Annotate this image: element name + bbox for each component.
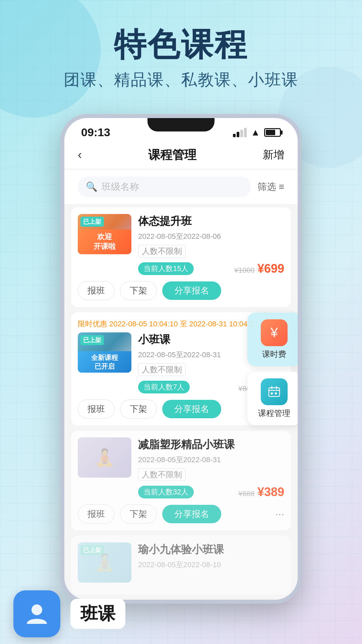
participants-1: 当前人数15人 bbox=[138, 262, 194, 275]
course-dates-3: 2022-08-05至2022-08-31 bbox=[138, 455, 284, 465]
wifi-icon: ▲ bbox=[251, 127, 260, 138]
delist-button-2[interactable]: 下架 bbox=[120, 399, 157, 419]
course-card-4: 已上架 🧘 瑜小九体验小班课 2022-08-05至2022-08-10 bbox=[71, 536, 291, 595]
course-main-1: 已上架 欢迎开课啦 体态提升班 2022-08-05至2022-08-06 人数… bbox=[78, 214, 284, 276]
capacity-text-2: 人数不限制 bbox=[138, 363, 186, 376]
battery-icon bbox=[264, 128, 281, 137]
share-button-3[interactable]: 分享报名 bbox=[162, 505, 221, 523]
svg-point-6 bbox=[32, 604, 42, 615]
floating-icons: ¥ 课时费 课程管理 bbox=[247, 313, 298, 431]
course-name-4: 瑜小九体验小班课 bbox=[138, 542, 284, 557]
delist-button-3[interactable]: 下架 bbox=[120, 504, 157, 524]
more-button-3[interactable]: ··· bbox=[275, 508, 284, 520]
hero-section: 特色课程 团课、精品课、私教课、小班课 bbox=[0, 0, 362, 104]
course-main-4: 已上架 🧘 瑜小九体验小班课 2022-08-05至2022-08-10 bbox=[78, 542, 284, 583]
course-mgmt-label: 课程管理 bbox=[258, 408, 290, 419]
lesson-fee-icon: ¥ bbox=[261, 319, 288, 346]
filter-button[interactable]: 筛选 ≡ bbox=[257, 180, 284, 193]
course-dates-1: 2022-08-05至2022-08-06 bbox=[138, 231, 284, 241]
current-price-3: ¥389 bbox=[257, 485, 284, 499]
course-mgmt-icon bbox=[261, 378, 288, 405]
share-button-2[interactable]: 分享报名 bbox=[162, 400, 221, 418]
status-badge-1: 已上架 bbox=[80, 217, 104, 227]
course-thumbnail-2: 已上架 全新课程已开启 bbox=[78, 332, 131, 373]
course-name-3: 减脂塑形精品小班课 bbox=[138, 437, 284, 452]
course-thumbnail-4: 已上架 🧘 bbox=[78, 542, 131, 583]
action-row-1: 报班 下架 分享报名 bbox=[78, 281, 284, 300]
course-meta-1: 当前人数15人 ¥1000 ¥699 bbox=[138, 262, 284, 276]
course-thumbnail-3: 🧘 bbox=[78, 437, 131, 478]
delist-button-1[interactable]: 下架 bbox=[120, 281, 157, 300]
course-dates-4: 2022-08-05至2022-08-10 bbox=[138, 560, 284, 570]
svg-rect-5 bbox=[275, 392, 277, 394]
hero-subtitle: 团课、精品课、私教课、小班课 bbox=[20, 69, 342, 91]
capacity-text-3: 人数不限制 bbox=[138, 468, 186, 481]
svg-rect-4 bbox=[271, 392, 273, 394]
status-badge-2: 已上架 bbox=[80, 335, 104, 345]
share-button-1[interactable]: 分享报名 bbox=[162, 281, 221, 300]
course-name-1: 体态提升班 bbox=[138, 214, 284, 229]
capacity-row-3: 人数不限制 bbox=[138, 468, 284, 481]
course-info-4: 瑜小九体验小班课 2022-08-05至2022-08-10 bbox=[138, 542, 284, 583]
app-label-box: 班课 bbox=[70, 599, 125, 629]
course-main-3: 🧘 减脂塑形精品小班课 2022-08-05至2022-08-31 人数不限制 … bbox=[78, 437, 284, 499]
phone-screen: 09:13 ▲ ‹ 课程管理 新增 bbox=[64, 118, 298, 600]
page-title: 课程管理 bbox=[148, 147, 196, 163]
course-info-1: 体态提升班 2022-08-05至2022-08-06 人数不限制 当前人数15… bbox=[138, 214, 284, 276]
status-icons: ▲ bbox=[233, 127, 281, 138]
price-area-1: ¥1000 ¥699 bbox=[234, 262, 284, 276]
phone-notch bbox=[147, 118, 215, 131]
current-price-1: ¥699 bbox=[257, 262, 284, 276]
signal-icon bbox=[233, 128, 247, 137]
action-row-3: 报班 下架 分享报名 ··· bbox=[78, 504, 284, 524]
search-icon: 🔍 bbox=[86, 181, 98, 192]
back-button[interactable]: ‹ bbox=[78, 148, 82, 162]
capacity-text-1: 人数不限制 bbox=[138, 245, 186, 258]
app-label: 班课 bbox=[80, 604, 115, 623]
search-bar: 🔍 班级名称 筛选 ≡ bbox=[64, 170, 298, 204]
enroll-button-3[interactable]: 报班 bbox=[78, 504, 115, 524]
thumb-label-1: 欢迎开课啦 bbox=[78, 229, 131, 254]
add-button[interactable]: 新增 bbox=[263, 148, 284, 162]
participants-2: 当前人数7人 bbox=[138, 381, 190, 393]
price-area-3: ¥688 ¥389 bbox=[238, 485, 284, 499]
phone-container: 09:13 ▲ ‹ 课程管理 新增 bbox=[0, 114, 362, 604]
app-icon[interactable] bbox=[13, 590, 60, 637]
participants-3: 当前人数32人 bbox=[138, 486, 194, 498]
lesson-fee-label: 课时费 bbox=[262, 349, 286, 360]
search-input[interactable]: 班级名称 bbox=[102, 180, 139, 193]
original-price-3: ¥688 bbox=[238, 489, 255, 498]
thumb-label-2: 全新课程已开启 bbox=[78, 351, 131, 373]
course-card-1: 已上架 欢迎开课啦 体态提升班 2022-08-05至2022-08-06 人数… bbox=[71, 207, 291, 307]
status-time: 09:13 bbox=[81, 126, 110, 139]
phone-mockup: 09:13 ▲ ‹ 课程管理 新增 bbox=[60, 114, 302, 604]
enroll-button-1[interactable]: 报班 bbox=[78, 281, 115, 300]
course-info-3: 减脂塑形精品小班课 2022-08-05至2022-08-31 人数不限制 当前… bbox=[138, 437, 284, 499]
enroll-button-2[interactable]: 报班 bbox=[78, 399, 115, 419]
original-price-1: ¥1000 bbox=[234, 266, 255, 275]
course-meta-3: 当前人数32人 ¥688 ¥389 bbox=[138, 485, 284, 499]
search-input-area[interactable]: 🔍 班级名称 bbox=[78, 176, 251, 197]
app-header: ‹ 课程管理 新增 bbox=[64, 142, 298, 169]
svg-rect-0 bbox=[269, 388, 280, 396]
hero-title: 特色课程 bbox=[20, 27, 342, 62]
bottom-section: 班课 bbox=[13, 590, 125, 637]
capacity-row-1: 人数不限制 bbox=[138, 245, 284, 258]
course-card-3: 🧘 减脂塑形精品小班课 2022-08-05至2022-08-31 人数不限制 … bbox=[71, 431, 291, 530]
course-thumbnail-1: 已上架 欢迎开课啦 bbox=[78, 214, 131, 254]
float-lesson-fee[interactable]: ¥ 课时费 bbox=[247, 313, 298, 366]
float-course-management[interactable]: 课程管理 bbox=[247, 372, 298, 425]
